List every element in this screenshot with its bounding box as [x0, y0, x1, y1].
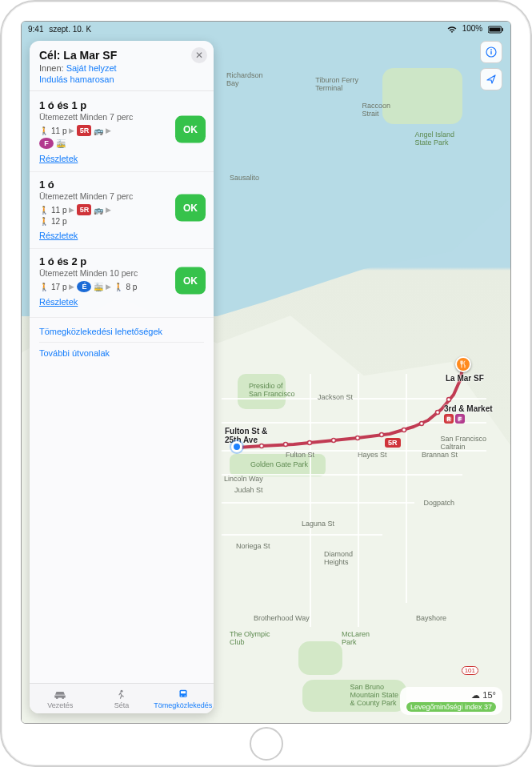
map-label: Richardson Bay: [226, 71, 263, 87]
map-controls: [480, 41, 502, 90]
street: [222, 502, 414, 504]
walk-icon: 🚶: [39, 217, 49, 226]
route-duration: 1 ó és 2 p: [39, 255, 204, 267]
stop-badge: F: [455, 414, 465, 424]
go-button[interactable]: OK: [175, 267, 206, 294]
destination-title: Cél: La Mar SF: [39, 49, 204, 62]
walk-icon: [114, 689, 129, 700]
map-label: Sausalito: [230, 174, 259, 182]
map-label: Presidio of San Francisco: [249, 382, 295, 398]
line-badge: 5R: [77, 125, 91, 136]
card-header: ✕ Cél: La Mar SF Innen: Saját helyzet In…: [30, 41, 214, 91]
tab-transit[interactable]: Tömegközlekedés: [152, 684, 214, 713]
walk-icon: 🚶: [114, 283, 123, 291]
line-badge: F: [39, 138, 54, 149]
map-label: McLaren Park: [342, 630, 370, 646]
battery-percent: 100%: [462, 24, 483, 33]
route-details-link[interactable]: Részletek: [39, 154, 78, 163]
svg-rect-1: [490, 27, 501, 31]
map-label: Jackson St: [318, 393, 353, 401]
svg-point-19: [184, 696, 186, 697]
bus-icon: 🚌: [94, 206, 103, 215]
map-label: Raccoon Strait: [362, 102, 390, 118]
chevron-right-icon: ▶: [69, 206, 74, 214]
street: [406, 374, 407, 603]
chevron-right-icon: ▶: [106, 283, 111, 291]
tram-icon: 🚋: [94, 283, 103, 291]
map-label: Brotherhood Way: [254, 614, 310, 622]
aqi-pill: Levegőminőségi index 37: [406, 702, 496, 712]
destination-label: La Mar SF: [446, 374, 484, 383]
stop-origin-label: Fulton St & 25th Ave: [225, 427, 267, 444]
map-label: Fulton St: [286, 451, 314, 459]
go-button[interactable]: OK: [175, 116, 206, 143]
more-routes-link[interactable]: További útvonalak: [39, 343, 204, 363]
chevron-right-icon: ▶: [69, 283, 74, 291]
svg-point-18: [181, 696, 182, 697]
map-label: San Bruno Mountain State & County Park: [350, 683, 398, 707]
transit-options-link[interactable]: Tömegközlekedési lehetőségek: [39, 321, 204, 343]
walk-icon: 🚶: [39, 126, 49, 135]
tram-icon: 🚋: [56, 139, 66, 148]
clock: 9:41: [28, 25, 43, 34]
ipad-frame: 9:41 szept. 10. K 100%: [0, 0, 532, 767]
map-label: Hayes St: [358, 451, 387, 459]
current-location-dot: [231, 441, 242, 452]
street: [310, 374, 311, 627]
date: szept. 10. K: [49, 25, 91, 34]
route-details-link[interactable]: Részletek: [39, 297, 78, 307]
map-label: The Olympic Club: [230, 630, 270, 646]
svg-point-14: [490, 49, 492, 50]
route-option[interactable]: OK 1 ó és 2 p Ütemezett Minden 10 perc 🚶…: [30, 249, 214, 318]
walk-time: 11 p: [51, 206, 66, 215]
tab-walk[interactable]: Séta: [91, 684, 153, 713]
chevron-right-icon: ▶: [106, 206, 111, 214]
close-icon: ✕: [195, 50, 203, 61]
stop-transfer-badges: R F: [444, 414, 493, 424]
route-details-link[interactable]: Részletek: [39, 231, 78, 240]
street: [222, 398, 486, 400]
tab-label: Tömegközlekedés: [154, 701, 212, 709]
route-option[interactable]: OK 1 ó Ütemezett Minden 7 perc 🚶 11 p ▶ …: [30, 172, 214, 249]
close-button[interactable]: ✕: [191, 47, 207, 63]
from-location-link[interactable]: Saját helyzet: [66, 63, 117, 73]
from-row: Innen: Saját helyzet: [39, 63, 204, 73]
map-label: Dogpatch: [423, 499, 454, 507]
chevron-right-icon: ▶: [69, 126, 74, 135]
map-label: Golden Gate Park: [250, 460, 308, 468]
leave-time-link[interactable]: Indulás hamarosan: [39, 74, 204, 84]
map-label: San Francisco Caltrain: [440, 435, 486, 451]
street: [358, 374, 359, 627]
stop-transfer-label: 3rd & Market R F: [444, 404, 493, 424]
home-button[interactable]: [250, 727, 283, 761]
line-badge: É: [77, 281, 91, 292]
route-duration: 1 ó: [39, 179, 204, 191]
transport-mode-tabs: Vezetés Séta Tömegközlekedés: [30, 683, 214, 713]
car-icon: [53, 689, 67, 700]
directions-card: ✕ Cél: La Mar SF Innen: Saját helyzet In…: [30, 41, 214, 713]
route-option[interactable]: OK 1 ó és 1 p Ütemezett Minden 7 perc 🚶 …: [30, 93, 214, 172]
fork-knife-icon: [459, 360, 467, 368]
tab-label: Séta: [114, 701, 130, 709]
walk-icon: 🚶: [39, 206, 49, 215]
chevron-right-icon: ▶: [106, 126, 111, 135]
tab-label: Vezetés: [47, 701, 73, 709]
go-button[interactable]: OK: [175, 194, 206, 221]
park-angel-island: [382, 68, 462, 124]
line-badge: 5R: [77, 204, 91, 215]
locate-button[interactable]: [480, 68, 502, 90]
wifi-icon: [447, 24, 457, 33]
highway-shield: 101: [462, 666, 478, 675]
walk-time: 17 p: [51, 283, 66, 291]
info-button[interactable]: [480, 41, 502, 63]
tab-drive[interactable]: Vezetés: [30, 684, 91, 713]
map-label: Tiburon Ferry Terminal: [315, 76, 358, 92]
svg-rect-20: [181, 691, 186, 693]
battery-icon: [488, 24, 504, 33]
svg-rect-2: [502, 28, 504, 31]
destination-pin[interactable]: [455, 356, 471, 372]
stop-badge: R: [444, 414, 454, 424]
map-label: Angel Island State Park: [414, 131, 454, 147]
weather-aqi-badge[interactable]: ☁︎ 15° Levegőminőségi index 37: [400, 687, 502, 715]
card-extra-links: Tömegközlekedési lehetőségek További útv…: [30, 318, 214, 367]
